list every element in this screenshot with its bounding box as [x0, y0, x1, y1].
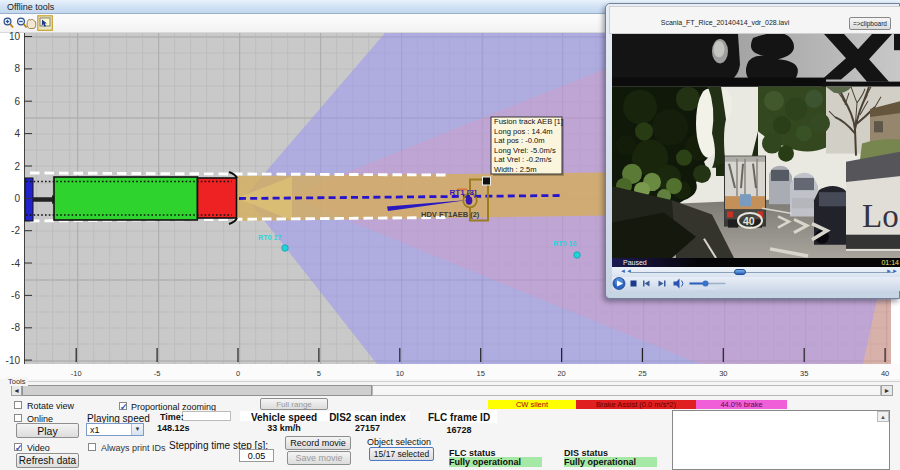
svg-text:Long pos : 14.4m: Long pos : 14.4m — [494, 127, 553, 136]
svg-text:HDV FT1AEB (2): HDV FT1AEB (2) — [421, 210, 480, 219]
svg-text:Width : 2.5m: Width : 2.5m — [494, 165, 537, 174]
svg-text:RT0 16: RT0 16 — [553, 239, 577, 248]
svg-text:Long Vrel: -5.0m/s: Long Vrel: -5.0m/s — [494, 146, 556, 155]
svg-text:Fusion track AEB [1]: Fusion track AEB [1] — [494, 117, 563, 126]
svg-text:Lat pos : -0.0m: Lat pos : -0.0m — [494, 136, 545, 145]
svg-text:Lo: Lo — [862, 196, 899, 233]
svg-text:RT0 17: RT0 17 — [258, 233, 282, 242]
svg-text:40: 40 — [743, 214, 755, 226]
svg-text:Lat Vrel : -0.2m/s: Lat Vrel : -0.2m/s — [494, 155, 552, 164]
